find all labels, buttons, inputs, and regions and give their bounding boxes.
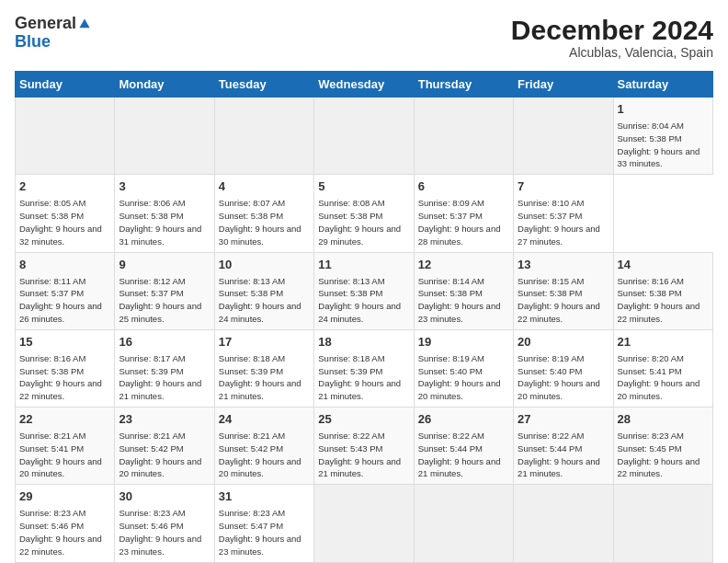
day-info: Sunrise: 8:18 AMSunset: 5:39 PMDaylight:…: [219, 352, 310, 403]
svg-marker-0: [79, 18, 89, 28]
day-number: 4: [219, 178, 310, 195]
calendar-week-row: 2Sunrise: 8:05 AMSunset: 5:38 PMDaylight…: [16, 175, 713, 252]
day-number: 8: [19, 257, 110, 273]
day-info: Sunrise: 8:11 AMSunset: 5:37 PMDaylight:…: [19, 275, 110, 326]
day-number: 3: [119, 178, 210, 195]
calendar-week-row: 8Sunrise: 8:11 AMSunset: 5:37 PMDaylight…: [16, 252, 713, 329]
day-number: 24: [219, 411, 310, 428]
calendar-cell: 31Sunrise: 8:23 AMSunset: 5:47 PMDayligh…: [214, 485, 313, 562]
calendar-cell: 24Sunrise: 8:21 AMSunset: 5:42 PMDayligh…: [214, 408, 313, 485]
day-number: 29: [19, 488, 110, 505]
day-number: 25: [318, 411, 409, 428]
day-number: 13: [518, 257, 609, 273]
page-header: General Blue December 2024 Alcublas, Val…: [15, 15, 713, 60]
calendar-subtitle: Alcublas, Valencia, Spain: [511, 45, 713, 60]
calendar-cell: 13Sunrise: 8:15 AMSunset: 5:38 PMDayligh…: [514, 252, 613, 329]
logo-blue: Blue: [15, 33, 91, 52]
day-number: 19: [418, 334, 509, 350]
calendar-cell: 15Sunrise: 8:16 AMSunset: 5:38 PMDayligh…: [16, 329, 115, 407]
day-number: 20: [518, 334, 609, 350]
day-of-week-header: Thursday: [414, 72, 513, 98]
day-info: Sunrise: 8:08 AMSunset: 5:38 PMDaylight:…: [318, 197, 409, 247]
day-number: 7: [518, 178, 609, 195]
day-info: Sunrise: 8:23 AMSunset: 5:45 PMDaylight:…: [618, 430, 709, 480]
calendar-cell: 6Sunrise: 8:09 AMSunset: 5:37 PMDaylight…: [414, 175, 513, 252]
empty-calendar-cell: [613, 485, 712, 562]
calendar-cell: 22Sunrise: 8:21 AMSunset: 5:41 PMDayligh…: [16, 408, 115, 485]
day-number: 28: [618, 411, 709, 428]
day-number: 11: [318, 257, 409, 273]
calendar-cell: 16Sunrise: 8:17 AMSunset: 5:39 PMDayligh…: [115, 329, 214, 407]
days-of-week-row: SundayMondayTuesdayWednesdayThursdayFrid…: [16, 72, 713, 98]
day-number: 31: [219, 488, 310, 505]
day-info: Sunrise: 8:22 AMSunset: 5:43 PMDaylight:…: [318, 430, 409, 480]
calendar-cell: 3Sunrise: 8:06 AMSunset: 5:38 PMDaylight…: [115, 175, 214, 252]
day-number: 2: [19, 178, 110, 195]
empty-calendar-cell: [314, 485, 414, 562]
day-info: Sunrise: 8:07 AMSunset: 5:38 PMDaylight:…: [219, 197, 310, 247]
calendar-cell: 5Sunrise: 8:08 AMSunset: 5:38 PMDaylight…: [314, 175, 414, 252]
calendar-cell: 14Sunrise: 8:16 AMSunset: 5:38 PMDayligh…: [613, 252, 712, 329]
day-number: 6: [418, 178, 509, 195]
day-info: Sunrise: 8:21 AMSunset: 5:41 PMDaylight:…: [19, 430, 110, 480]
calendar-title: December 2024: [511, 15, 713, 45]
day-info: Sunrise: 8:16 AMSunset: 5:38 PMDaylight:…: [19, 352, 110, 403]
calendar-week-row: 29Sunrise: 8:23 AMSunset: 5:46 PMDayligh…: [16, 485, 713, 562]
calendar-cell: 20Sunrise: 8:19 AMSunset: 5:40 PMDayligh…: [514, 329, 613, 407]
day-of-week-header: Tuesday: [214, 72, 313, 98]
day-number: 15: [19, 334, 110, 350]
day-info: Sunrise: 8:09 AMSunset: 5:37 PMDaylight:…: [418, 197, 509, 247]
day-number: 23: [119, 411, 210, 428]
day-info: Sunrise: 8:10 AMSunset: 5:37 PMDaylight:…: [518, 197, 609, 247]
calendar-cell: 2Sunrise: 8:05 AMSunset: 5:38 PMDaylight…: [16, 175, 115, 252]
empty-calendar-cell: [314, 98, 414, 175]
calendar-cell: 28Sunrise: 8:23 AMSunset: 5:45 PMDayligh…: [613, 408, 712, 485]
day-info: Sunrise: 8:12 AMSunset: 5:37 PMDaylight:…: [119, 275, 210, 326]
title-block: December 2024 Alcublas, Valencia, Spain: [511, 15, 713, 60]
logo: General Blue: [15, 15, 91, 52]
day-of-week-header: Friday: [514, 72, 613, 98]
day-info: Sunrise: 8:23 AMSunset: 5:46 PMDaylight:…: [19, 507, 110, 557]
calendar-cell: 30Sunrise: 8:23 AMSunset: 5:46 PMDayligh…: [115, 485, 214, 562]
calendar-table: SundayMondayTuesdayWednesdayThursdayFrid…: [15, 71, 713, 563]
calendar-cell: 29Sunrise: 8:23 AMSunset: 5:46 PMDayligh…: [16, 485, 115, 562]
day-of-week-header: Monday: [115, 72, 214, 98]
day-number: 22: [19, 411, 110, 428]
day-info: Sunrise: 8:23 AMSunset: 5:47 PMDaylight:…: [219, 507, 310, 557]
day-info: Sunrise: 8:18 AMSunset: 5:39 PMDaylight:…: [318, 352, 409, 403]
day-info: Sunrise: 8:04 AMSunset: 5:38 PMDaylight:…: [618, 120, 709, 170]
day-number: 12: [418, 257, 509, 273]
calendar-cell: 7Sunrise: 8:10 AMSunset: 5:37 PMDaylight…: [514, 175, 613, 252]
day-info: Sunrise: 8:14 AMSunset: 5:38 PMDaylight:…: [418, 275, 509, 326]
calendar-cell: 26Sunrise: 8:22 AMSunset: 5:44 PMDayligh…: [414, 408, 513, 485]
empty-calendar-cell: [115, 98, 214, 175]
calendar-cell: 23Sunrise: 8:21 AMSunset: 5:42 PMDayligh…: [115, 408, 214, 485]
day-number: 30: [119, 488, 210, 505]
day-info: Sunrise: 8:23 AMSunset: 5:46 PMDaylight:…: [119, 507, 210, 557]
day-number: 27: [518, 411, 609, 428]
day-info: Sunrise: 8:13 AMSunset: 5:38 PMDaylight:…: [318, 275, 409, 326]
calendar-cell: 11Sunrise: 8:13 AMSunset: 5:38 PMDayligh…: [314, 252, 414, 329]
day-info: Sunrise: 8:16 AMSunset: 5:38 PMDaylight:…: [618, 275, 709, 326]
calendar-cell: 4Sunrise: 8:07 AMSunset: 5:38 PMDaylight…: [214, 175, 313, 252]
logo-icon: [78, 17, 91, 30]
calendar-week-row: 1Sunrise: 8:04 AMSunset: 5:38 PMDaylight…: [16, 98, 713, 175]
day-number: 21: [618, 334, 709, 350]
day-of-week-header: Wednesday: [314, 72, 414, 98]
day-info: Sunrise: 8:20 AMSunset: 5:41 PMDaylight:…: [618, 352, 709, 403]
calendar-body: 1Sunrise: 8:04 AMSunset: 5:38 PMDaylight…: [16, 98, 713, 563]
day-number: 26: [418, 411, 509, 428]
day-number: 10: [219, 257, 310, 273]
empty-calendar-cell: [16, 98, 115, 175]
day-number: 5: [318, 178, 409, 195]
day-of-week-header: Saturday: [613, 72, 712, 98]
day-info: Sunrise: 8:05 AMSunset: 5:38 PMDaylight:…: [19, 197, 110, 247]
day-info: Sunrise: 8:19 AMSunset: 5:40 PMDaylight:…: [518, 352, 609, 403]
calendar-cell: 19Sunrise: 8:19 AMSunset: 5:40 PMDayligh…: [414, 329, 513, 407]
day-of-week-header: Sunday: [16, 72, 115, 98]
calendar-cell: 17Sunrise: 8:18 AMSunset: 5:39 PMDayligh…: [214, 329, 313, 407]
day-info: Sunrise: 8:22 AMSunset: 5:44 PMDaylight:…: [418, 430, 509, 480]
empty-calendar-cell: [514, 98, 613, 175]
day-number: 18: [318, 334, 409, 350]
day-info: Sunrise: 8:13 AMSunset: 5:38 PMDaylight:…: [219, 275, 310, 326]
